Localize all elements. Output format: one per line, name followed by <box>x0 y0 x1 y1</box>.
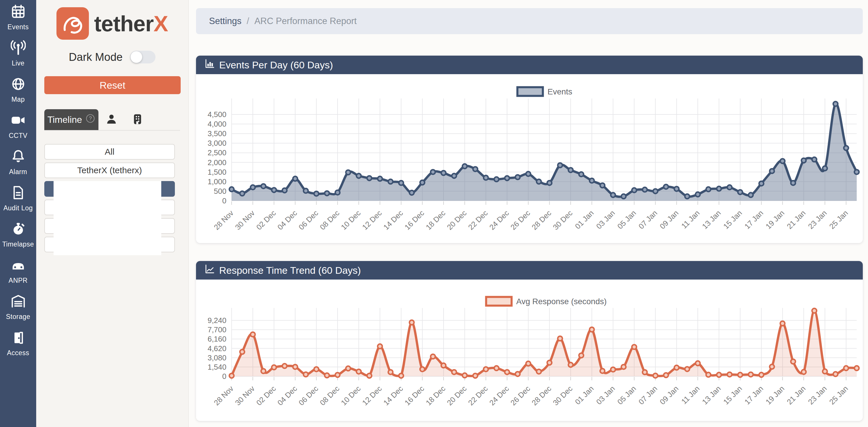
sidebar-item-events[interactable]: Events <box>0 4 36 40</box>
svg-text:9,240: 9,240 <box>208 316 226 325</box>
events-chart[interactable]: 05001,0001,5002,0002,5003,0003,5004,0004… <box>196 74 863 243</box>
svg-text:24 Dec: 24 Dec <box>488 209 510 232</box>
svg-text:17 Jan: 17 Jan <box>743 384 765 406</box>
nav-item-label: Alarm <box>9 168 27 176</box>
broadcast-icon <box>11 40 26 57</box>
svg-text:30 Nov: 30 Nov <box>234 209 256 232</box>
svg-text:1,000: 1,000 <box>208 177 226 186</box>
svg-text:10 Dec: 10 Dec <box>339 209 362 232</box>
svg-text:3,080: 3,080 <box>208 354 226 362</box>
svg-text:14 Dec: 14 Dec <box>381 384 404 407</box>
svg-text:14 Dec: 14 Dec <box>381 209 404 232</box>
sidebar-item-alarm[interactable]: Alarm <box>0 149 36 185</box>
svg-text:0: 0 <box>222 196 226 205</box>
document-icon <box>11 185 26 201</box>
filter-option[interactable]: TetherX (tetherx) <box>44 162 175 178</box>
person-icon <box>105 113 118 126</box>
svg-text:16 Dec: 16 Dec <box>403 209 426 232</box>
svg-text:04 Dec: 04 Dec <box>276 209 299 232</box>
svg-text:Events: Events <box>548 87 572 96</box>
svg-text:20 Dec: 20 Dec <box>445 384 468 407</box>
svg-text:3,000: 3,000 <box>208 139 226 148</box>
sidebar-item-cctv[interactable]: CCTV <box>0 113 36 149</box>
card-header: Response Time Trend (60 Days) <box>196 261 863 279</box>
svg-text:06 Dec: 06 Dec <box>297 209 320 232</box>
bell-icon <box>11 149 26 165</box>
svg-text:08 Dec: 08 Dec <box>318 384 341 407</box>
svg-text:Avg Response (seconds): Avg Response (seconds) <box>516 297 607 306</box>
svg-text:19 Jan: 19 Jan <box>764 209 786 231</box>
svg-text:11 Jan: 11 Jan <box>680 209 701 230</box>
svg-text:22 Dec: 22 Dec <box>466 209 489 232</box>
svg-text:20 Dec: 20 Dec <box>445 209 468 232</box>
svg-text:02 Dec: 02 Dec <box>254 384 277 407</box>
svg-text:04 Dec: 04 Dec <box>276 384 299 407</box>
response-time-card: Response Time Trend (60 Days) 01,5403,08… <box>196 261 863 421</box>
svg-text:7,700: 7,700 <box>208 325 226 334</box>
filter-tabs: Timeline ? <box>44 109 180 131</box>
sidebar-item-access[interactable]: Access <box>0 330 36 366</box>
svg-text:30 Dec: 30 Dec <box>551 209 574 232</box>
toggle-knob <box>131 51 142 63</box>
sidebar-item-anpr[interactable]: ANPR <box>0 257 36 294</box>
help-icon: ? <box>85 114 95 126</box>
svg-text:25 Jan: 25 Jan <box>828 209 849 231</box>
nav-item-label: Access <box>7 349 29 357</box>
svg-text:24 Dec: 24 Dec <box>488 384 510 407</box>
svg-text:05 Jan: 05 Jan <box>616 384 638 406</box>
svg-text:26 Dec: 26 Dec <box>509 209 532 232</box>
svg-text:18 Dec: 18 Dec <box>424 209 447 232</box>
tab-timeline[interactable]: Timeline ? <box>44 109 98 130</box>
card-title: Response Time Trend (60 Days) <box>219 265 361 276</box>
main-content: Settings / ARC Performance Report Events… <box>189 0 868 427</box>
svg-text:06 Dec: 06 Dec <box>297 384 320 407</box>
app-root: Events Live Map CCTV Alarm <box>0 0 868 427</box>
sidebar-item-audit-log[interactable]: Audit Log <box>0 185 36 221</box>
svg-text:1,540: 1,540 <box>208 363 226 371</box>
tab-people[interactable] <box>98 109 124 130</box>
calendar-icon <box>11 4 26 20</box>
svg-text:13 Jan: 13 Jan <box>701 384 722 406</box>
sidebar-item-live[interactable]: Live <box>0 40 36 77</box>
nav-item-label: Events <box>7 23 29 31</box>
breadcrumb-settings-link[interactable]: Settings <box>209 16 242 26</box>
svg-text:13 Jan: 13 Jan <box>701 209 722 231</box>
filter-option-label: All <box>105 147 114 157</box>
svg-text:15 Jan: 15 Jan <box>721 209 744 231</box>
breadcrumb-separator: / <box>247 16 249 26</box>
filter-list: All TetherX (tetherx) <box>44 144 175 252</box>
response-chart[interactable]: 01,5403,0804,6206,1607,7009,24028 Nov30 … <box>196 279 863 421</box>
svg-text:01 Jan: 01 Jan <box>573 384 595 406</box>
events-per-day-card: Events Per Day (60 Days) 05001,0001,5002… <box>196 56 863 243</box>
sidebar-item-storage[interactable]: Storage <box>0 294 36 330</box>
dark-mode-toggle[interactable] <box>130 51 155 63</box>
svg-text:07 Jan: 07 Jan <box>637 384 659 406</box>
svg-text:23 Jan: 23 Jan <box>806 384 828 406</box>
breadcrumb: Settings / ARC Performance Report <box>196 8 863 34</box>
filter-option[interactable]: All <box>44 144 175 160</box>
svg-text:18 Dec: 18 Dec <box>424 384 447 407</box>
nav-item-label: CCTV <box>9 132 28 140</box>
svg-text:2,000: 2,000 <box>208 158 226 167</box>
svg-text:30 Dec: 30 Dec <box>551 384 574 407</box>
tab-sites[interactable] <box>124 109 151 130</box>
svg-text:?: ? <box>89 115 92 121</box>
svg-text:10 Dec: 10 Dec <box>339 384 362 407</box>
car-icon <box>11 257 26 274</box>
nav-item-label: ANPR <box>9 277 28 284</box>
svg-text:30 Nov: 30 Nov <box>234 384 256 407</box>
brand-name: tetherX <box>94 11 168 36</box>
svg-text:15 Jan: 15 Jan <box>721 384 744 406</box>
reset-button[interactable]: Reset <box>44 76 181 94</box>
open-dropdown-panel <box>54 181 161 255</box>
sidebar-item-map[interactable]: Map <box>0 77 36 113</box>
svg-text:03 Jan: 03 Jan <box>594 209 616 231</box>
svg-text:08 Dec: 08 Dec <box>318 209 341 232</box>
svg-text:07 Jan: 07 Jan <box>637 209 659 231</box>
svg-text:6,160: 6,160 <box>208 335 226 343</box>
stopwatch-icon <box>11 221 26 238</box>
svg-text:2,500: 2,500 <box>208 148 226 157</box>
sidebar-item-timelapse[interactable]: Timelapse <box>0 221 36 257</box>
brand-logo[interactable]: tetherX <box>36 7 188 40</box>
svg-text:12 Dec: 12 Dec <box>361 209 383 232</box>
